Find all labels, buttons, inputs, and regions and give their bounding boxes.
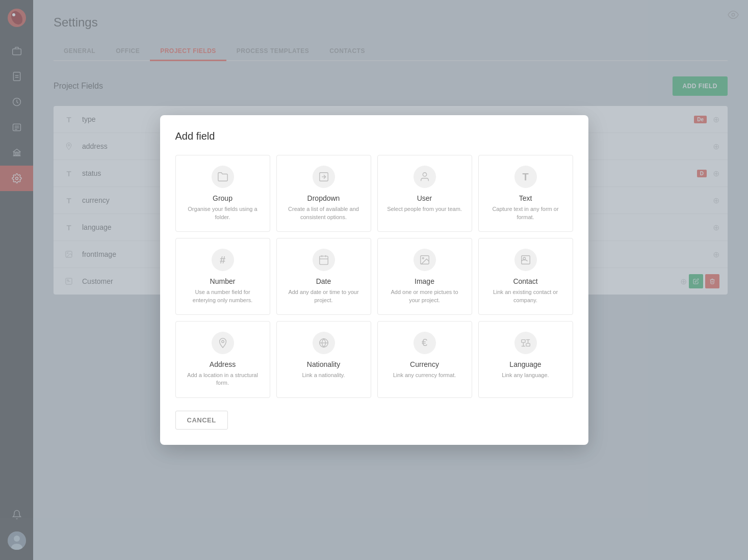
- add-field-modal: Add field Group Organise your fields usi…: [160, 115, 588, 444]
- svg-point-37: [221, 340, 224, 343]
- nationality-icon: [313, 332, 335, 354]
- field-type-desc: Link an existing contact or company.: [486, 288, 565, 304]
- field-type-grid: Group Organise your fields using a folde…: [175, 155, 573, 397]
- field-type-desc: Add any date or time to your project.: [285, 288, 363, 304]
- field-type-name: Dropdown: [285, 194, 363, 202]
- field-type-desc: Add one or more pictues to your project.: [385, 288, 464, 304]
- field-type-number[interactable]: # Number Use a number field for enteryin…: [175, 238, 270, 315]
- field-type-user[interactable]: User Select people from your team.: [377, 155, 472, 232]
- field-type-desc: Capture text in any form or format.: [486, 205, 565, 221]
- field-type-name: Number: [184, 277, 262, 285]
- field-type-desc: Organise your fields using a folder.: [184, 205, 262, 221]
- field-type-name: Group: [184, 194, 262, 202]
- language-icon: [514, 332, 537, 354]
- svg-point-28: [423, 173, 426, 176]
- date-icon: [313, 249, 335, 271]
- svg-point-34: [422, 258, 424, 259]
- modal-footer: CANCEL: [175, 411, 573, 430]
- field-type-text[interactable]: T Text Capture text in any form or forma…: [478, 155, 573, 232]
- field-type-desc: Create a list of available and consisten…: [285, 205, 363, 221]
- currency-icon: €: [414, 332, 436, 354]
- field-type-name: Language: [486, 360, 565, 368]
- field-type-date[interactable]: Date Add any date or time to your projec…: [276, 238, 371, 315]
- field-type-language[interactable]: Language Link any language.: [478, 321, 573, 398]
- group-icon: [212, 166, 234, 188]
- svg-point-36: [523, 257, 525, 260]
- field-type-currency[interactable]: € Currency Link any currency format.: [377, 321, 472, 398]
- field-type-desc: Link any currency format.: [385, 371, 464, 379]
- field-type-name: Currency: [385, 360, 464, 368]
- field-type-contact[interactable]: Contact Link an existing contact or comp…: [478, 238, 573, 315]
- field-type-image[interactable]: Image Add one or more pictues to your pr…: [377, 238, 472, 315]
- image-icon: [414, 249, 436, 271]
- field-type-desc: Link a nationality.: [285, 371, 363, 379]
- text-icon: T: [514, 166, 537, 188]
- field-type-desc: Link any language.: [486, 371, 565, 379]
- field-type-name: Contact: [486, 277, 565, 285]
- field-type-group[interactable]: Group Organise your fields using a folde…: [175, 155, 270, 232]
- user-icon: [414, 166, 436, 188]
- field-type-name: User: [385, 194, 464, 202]
- dropdown-icon: [313, 166, 335, 188]
- field-type-name: Text: [486, 194, 565, 202]
- field-type-nationality[interactable]: Nationality Link a nationality.: [276, 321, 371, 398]
- svg-rect-40: [521, 339, 525, 342]
- cancel-button[interactable]: CANCEL: [175, 411, 228, 430]
- field-type-name: Nationality: [285, 360, 363, 368]
- field-type-name: Image: [385, 277, 464, 285]
- field-type-address[interactable]: Address Add a location in a structural f…: [175, 321, 270, 398]
- modal-overlay[interactable]: Add field Group Organise your fields usi…: [0, 0, 748, 560]
- field-type-dropdown[interactable]: Dropdown Create a list of available and …: [276, 155, 371, 232]
- field-type-desc: Add a location in a structural form.: [184, 371, 262, 387]
- number-icon: #: [212, 249, 234, 271]
- svg-rect-29: [319, 256, 328, 265]
- svg-rect-41: [526, 343, 529, 346]
- field-type-name: Date: [285, 277, 363, 285]
- address-icon: [212, 332, 234, 354]
- field-type-desc: Use a number field for enterying only nu…: [184, 288, 262, 304]
- field-type-name: Address: [184, 360, 262, 368]
- modal-title: Add field: [175, 130, 573, 142]
- contact-icon: [514, 249, 537, 271]
- field-type-desc: Select people from your team.: [385, 205, 464, 213]
